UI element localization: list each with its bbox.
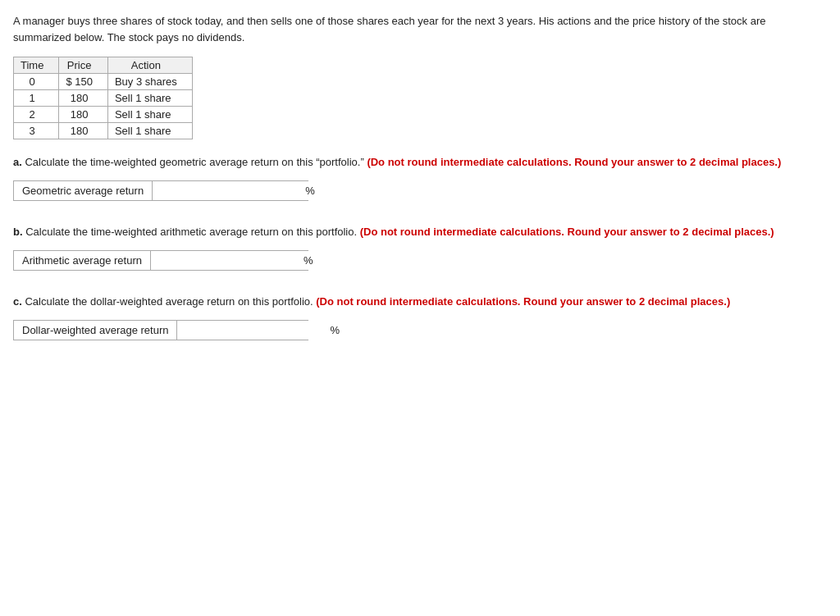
- arithmetic-label: Arithmetic average return: [14, 251, 151, 270]
- section-c: c. Calculate the dollar-weighted average…: [13, 294, 827, 340]
- section-c-text: Calculate the dollar-weighted average re…: [22, 295, 316, 308]
- table-row: 3180Sell 1 share: [14, 123, 193, 139]
- section-b: b. Calculate the time-weighted arithmeti…: [13, 224, 827, 271]
- cell-action: Sell 1 share: [107, 90, 192, 107]
- geometric-answer-row: Geometric average return %: [13, 180, 308, 201]
- dollar-label: Dollar-weighted average return: [14, 321, 177, 340]
- arithmetic-input[interactable]: [151, 251, 299, 270]
- section-a: a. Calculate the time-weighted geometric…: [13, 154, 827, 201]
- table-row: 0$ 150Buy 3 shares: [14, 74, 193, 90]
- section-c-bold: (Do not round intermediate calculations.…: [316, 295, 730, 308]
- dollar-answer-row: Dollar-weighted average return %: [13, 320, 308, 340]
- cell-action: Sell 1 share: [107, 123, 192, 139]
- arithmetic-answer-row: Arithmetic average return %: [13, 250, 308, 271]
- section-a-question: a. Calculate the time-weighted geometric…: [13, 154, 817, 171]
- cell-time: 0: [14, 74, 59, 90]
- geometric-label: Geometric average return: [14, 181, 153, 200]
- geometric-input[interactable]: [153, 181, 300, 200]
- table-row: 1180Sell 1 share: [14, 90, 193, 107]
- col-price: Price: [59, 57, 108, 74]
- cell-action: Buy 3 shares: [107, 74, 192, 90]
- section-a-text: Calculate the time-weighted geometric av…: [22, 156, 368, 168]
- arithmetic-unit: %: [299, 251, 318, 270]
- section-c-label: c.: [13, 295, 22, 308]
- section-b-question: b. Calculate the time-weighted arithmeti…: [13, 224, 817, 240]
- cell-price: 180: [59, 107, 108, 123]
- section-b-bold: (Do not round intermediate calculations.…: [360, 226, 774, 238]
- geometric-unit: %: [300, 181, 320, 200]
- section-c-question: c. Calculate the dollar-weighted average…: [13, 294, 817, 310]
- col-action: Action: [107, 57, 192, 74]
- col-time: Time: [14, 57, 59, 74]
- cell-price: $ 150: [59, 74, 108, 90]
- section-b-label: b.: [13, 226, 23, 238]
- cell-time: 3: [14, 123, 59, 139]
- cell-action: Sell 1 share: [107, 107, 192, 123]
- cell-price: 180: [59, 90, 108, 107]
- table-row: 2180Sell 1 share: [14, 107, 193, 123]
- cell-time: 1: [14, 90, 59, 107]
- section-a-bold: (Do not round intermediate calculations.…: [367, 156, 781, 168]
- section-b-text: Calculate the time-weighted arithmetic a…: [23, 226, 360, 238]
- dollar-unit: %: [325, 321, 345, 340]
- cell-price: 180: [59, 123, 108, 139]
- stock-table: Time Price Action 0$ 150Buy 3 shares1180…: [13, 57, 193, 139]
- cell-time: 2: [14, 107, 59, 123]
- intro-paragraph: A manager buys three shares of stock tod…: [13, 13, 817, 45]
- section-a-label: a.: [13, 156, 22, 168]
- dollar-input[interactable]: [177, 321, 325, 340]
